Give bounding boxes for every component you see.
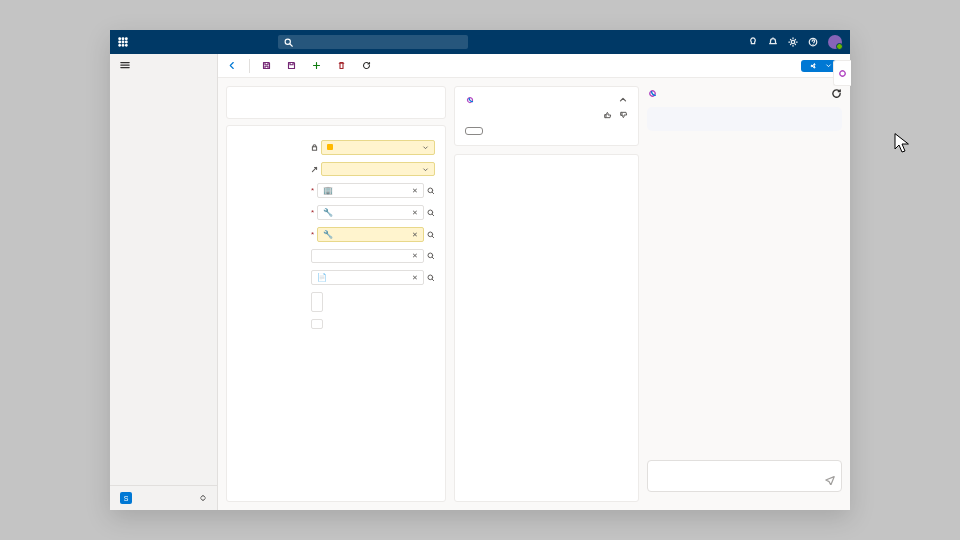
svg-point-6 [119, 45, 121, 47]
save-button[interactable] [262, 61, 275, 70]
area-switcher[interactable]: S [110, 485, 217, 510]
delete-button[interactable] [337, 61, 350, 70]
user-avatar[interactable] [828, 35, 842, 49]
mouse-cursor [894, 133, 910, 155]
copilot-welcome-card [647, 107, 842, 131]
trade-field[interactable]: ✕ [311, 249, 424, 263]
agreement-field[interactable]: 📄✕ [311, 270, 424, 285]
save-close-button[interactable] [287, 61, 300, 70]
svg-point-8 [126, 45, 128, 47]
search-icon[interactable] [427, 231, 435, 239]
back-button[interactable] [228, 61, 237, 70]
svg-point-13 [428, 188, 433, 193]
help-icon[interactable] [808, 37, 818, 47]
svg-point-17 [428, 275, 433, 280]
service-account-field[interactable]: 🏢✕ [317, 183, 424, 198]
priority-field[interactable] [321, 162, 435, 176]
thumbs-up-icon[interactable] [604, 111, 612, 119]
svg-point-10 [791, 40, 794, 43]
lightbulb-icon[interactable] [748, 37, 758, 47]
svg-rect-12 [312, 147, 316, 151]
svg-point-3 [119, 41, 121, 43]
svg-point-9 [285, 39, 290, 44]
svg-point-15 [428, 232, 433, 237]
command-bar [218, 54, 850, 78]
edge-copilot-toggle[interactable] [833, 60, 851, 86]
svg-point-7 [122, 45, 124, 47]
copilot-panel-header [647, 86, 842, 101]
send-icon[interactable] [825, 475, 835, 485]
svg-point-0 [119, 38, 121, 40]
record-header [226, 86, 446, 119]
status-field[interactable] [321, 140, 435, 155]
hamburger-icon[interactable] [110, 54, 217, 78]
titlebar [110, 30, 850, 54]
refresh-icon[interactable] [831, 88, 842, 99]
svg-point-2 [126, 38, 128, 40]
copilot-chat-input[interactable] [647, 460, 842, 492]
work-order-type-field[interactable]: 🔧✕ [317, 205, 424, 220]
copilot-summary-card [454, 86, 639, 146]
bell-icon[interactable] [768, 37, 778, 47]
details-card: *🏢✕ *🔧✕ *🔧✕ ✕ 📄✕ [226, 125, 446, 502]
instructions-field[interactable] [311, 319, 323, 329]
search-icon[interactable] [427, 209, 435, 217]
search-icon[interactable] [427, 187, 435, 195]
svg-point-16 [428, 253, 433, 258]
sidebar: S [110, 54, 218, 510]
chevron-up-icon[interactable] [618, 95, 628, 105]
svg-point-4 [122, 41, 124, 43]
global-search[interactable] [278, 35, 468, 49]
gear-icon[interactable] [788, 37, 798, 47]
booking-suggestions-card [454, 154, 639, 502]
refresh-button[interactable] [362, 61, 375, 70]
search-icon[interactable] [427, 252, 435, 260]
svg-point-14 [428, 210, 433, 215]
new-button[interactable] [312, 61, 325, 70]
regenerate-button[interactable] [465, 127, 483, 135]
svg-point-5 [126, 41, 128, 43]
summary-field[interactable] [311, 292, 323, 312]
app-launcher-icon[interactable] [118, 37, 128, 47]
thumbs-down-icon[interactable] [620, 111, 628, 119]
incident-type-field[interactable]: 🔧✕ [317, 227, 424, 242]
search-icon[interactable] [427, 274, 435, 282]
svg-point-1 [122, 38, 124, 40]
